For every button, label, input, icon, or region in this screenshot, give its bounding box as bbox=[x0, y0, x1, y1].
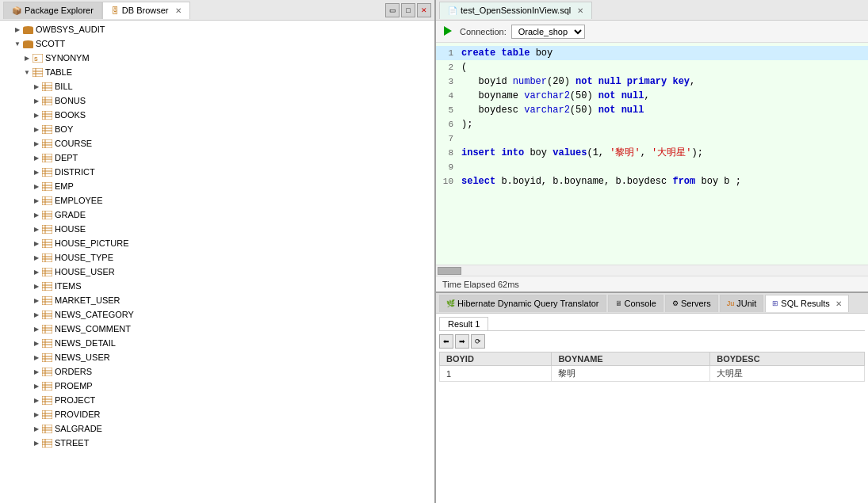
tree-item-news-category[interactable]: ▶ NEWS_CATEGORY bbox=[0, 307, 434, 322]
tab-console[interactable]: 🖥 Console bbox=[608, 295, 663, 312]
horizontal-scrollbar[interactable] bbox=[436, 265, 868, 276]
tree-item-bill[interactable]: ▶ BILL bbox=[0, 79, 434, 93]
tab-servers[interactable]: ⚙ Servers bbox=[665, 295, 718, 312]
tree-item-scott[interactable]: ▼ SCOTT bbox=[0, 36, 434, 51]
code-line-3: 3 boyid number(20) not null primary key, bbox=[436, 74, 868, 89]
tree-item-news-comment[interactable]: ▶ NEWS_COMMENT bbox=[0, 322, 434, 336]
close-db-browser[interactable]: ✕ bbox=[175, 6, 182, 15]
tab-sql-file[interactable]: 📄 test_OpenSessionInView.sql ✕ bbox=[439, 2, 592, 19]
tree-item-employee[interactable]: ▶ EMPLOYEE bbox=[0, 193, 434, 208]
svg-rect-30 bbox=[42, 154, 52, 162]
export-btn[interactable]: ⬅ bbox=[439, 334, 453, 349]
tree-item-course[interactable]: ▶ COURSE bbox=[0, 136, 434, 151]
arrow-market-user: ▶ bbox=[32, 295, 41, 305]
tree-item-news-detail[interactable]: ▶ NEWS_DETAIL bbox=[0, 336, 434, 350]
tree-label-news-user: NEWS_USER bbox=[55, 352, 110, 362]
close-left-btn[interactable]: ✕ bbox=[417, 3, 431, 17]
tree-item-table-folder[interactable]: ▼ TABLE bbox=[0, 65, 434, 79]
code-line-8: 8 insert into boy values(1, '黎明', '大明星')… bbox=[436, 146, 868, 160]
svg-rect-62 bbox=[42, 268, 52, 276]
tree-item-market-user[interactable]: ▶ MARKET_USER bbox=[0, 293, 434, 307]
result-tab-1-label: Result 1 bbox=[448, 319, 480, 329]
tree-label-synonym: SYNONYM bbox=[45, 53, 90, 63]
sql-file-icon: 📄 bbox=[448, 6, 457, 15]
tree-item-books[interactable]: ▶ BOOKS bbox=[0, 108, 434, 122]
result-table: BOYID BOYNAME BOYDESC 1 黎明 大明星 bbox=[439, 352, 865, 382]
cell-boyname-1: 黎明 bbox=[552, 366, 710, 382]
tree-item-owbsys[interactable]: ▶ OWBSYS_AUDIT bbox=[0, 22, 434, 36]
connection-select[interactable]: Oracle_shop bbox=[511, 25, 585, 39]
code-line-10: 10 select b.boyid, b.boyname, b.boydesc … bbox=[436, 174, 868, 189]
tree-item-district[interactable]: ▶ DISTRICT bbox=[0, 165, 434, 179]
code-line-1: 1 create table boy bbox=[436, 46, 868, 60]
tree-item-house-user[interactable]: ▶ HOUSE_USER bbox=[0, 265, 434, 279]
code-editor[interactable]: 1 create table boy 2 ( 3 boyid number(20… bbox=[436, 43, 868, 265]
tree-label-project: PROJECT bbox=[55, 395, 95, 405]
tree-item-proemp[interactable]: ▶ PROEMP bbox=[0, 379, 434, 393]
tree-item-house-type[interactable]: ▶ HOUSE_TYPE bbox=[0, 250, 434, 265]
svg-rect-90 bbox=[42, 368, 52, 376]
import-btn[interactable]: ➡ bbox=[455, 334, 469, 349]
tab-db-browser[interactable]: 🗄 DB Browser ✕ bbox=[102, 2, 190, 19]
svg-rect-110 bbox=[42, 439, 52, 448]
tab-servers-label: Servers bbox=[681, 299, 711, 308]
tree-item-provider[interactable]: ▶ PROVIDER bbox=[0, 407, 434, 421]
tree-item-salgrade[interactable]: ▶ SALGRADE bbox=[0, 421, 434, 436]
svg-rect-70 bbox=[42, 296, 52, 305]
minimize-left-btn[interactable]: ▭ bbox=[385, 3, 400, 17]
tree-item-house-picture[interactable]: ▶ HOUSE_PICTURE bbox=[0, 236, 434, 250]
junit-icon: Ju bbox=[727, 299, 735, 307]
close-sql-tab[interactable]: ✕ bbox=[577, 6, 583, 15]
arrow-course: ▶ bbox=[32, 139, 41, 148]
bottom-panel: 🌿 Hibernate Dynamic Query Translator 🖥 C… bbox=[436, 292, 868, 503]
tree-item-news-user[interactable]: ▶ NEWS_USER bbox=[0, 350, 434, 364]
line-num-1: 1 bbox=[436, 46, 458, 60]
run-button[interactable] bbox=[441, 25, 455, 39]
line-content-2: ( bbox=[458, 60, 868, 74]
tree-item-items[interactable]: ▶ ITEMS bbox=[0, 279, 434, 293]
tree-label-news-detail: NEWS_DETAIL bbox=[55, 338, 116, 348]
tree-item-bonus[interactable]: ▶ BONUS bbox=[0, 93, 434, 108]
tree-item-project[interactable]: ▶ PROJECT bbox=[0, 393, 434, 407]
svg-rect-86 bbox=[42, 353, 52, 362]
scrollbar-thumb-h bbox=[438, 267, 461, 275]
arrow-scott: ▼ bbox=[13, 39, 22, 48]
tree-item-synonym[interactable]: ▶ S SYNONYM bbox=[0, 51, 434, 65]
arrow-project: ▶ bbox=[32, 395, 41, 405]
arrow-house: ▶ bbox=[32, 224, 41, 234]
svg-rect-54 bbox=[42, 239, 52, 248]
line-content-1: create table boy bbox=[458, 46, 868, 60]
table-icon-boy bbox=[41, 124, 52, 135]
svg-rect-78 bbox=[42, 325, 52, 333]
tree-item-boy[interactable]: ▶ BOY bbox=[0, 122, 434, 136]
arrow-news-detail: ▶ bbox=[32, 338, 41, 348]
tree-item-orders[interactable]: ▶ ORDERS bbox=[0, 364, 434, 379]
maximize-left-btn[interactable]: □ bbox=[401, 3, 415, 17]
close-sql-results[interactable]: ✕ bbox=[835, 299, 842, 308]
result-tab-1[interactable]: Result 1 bbox=[439, 317, 488, 330]
tree-item-emp[interactable]: ▶ EMP bbox=[0, 179, 434, 193]
tree-item-street[interactable]: ▶ STREET bbox=[0, 436, 434, 450]
tab-sql-results[interactable]: ⊞ SQL Results ✕ bbox=[765, 295, 848, 312]
cell-boyid-1: 1 bbox=[440, 366, 552, 382]
refresh-btn[interactable]: ⟳ bbox=[471, 334, 485, 349]
table-icon-house-user bbox=[41, 266, 52, 277]
svg-rect-94 bbox=[42, 382, 52, 391]
tree-item-house[interactable]: ▶ HOUSE bbox=[0, 222, 434, 236]
tree-label-house: HOUSE bbox=[55, 224, 86, 234]
table-icon-news-comment bbox=[41, 323, 52, 334]
table-icon-items bbox=[41, 280, 52, 292]
arrow-emp: ▶ bbox=[32, 181, 41, 191]
servers-icon: ⚙ bbox=[672, 299, 679, 307]
arrow-house-user: ▶ bbox=[32, 267, 41, 276]
col-boydesc: BOYDESC bbox=[710, 352, 865, 366]
hibernate-icon: 🌿 bbox=[446, 299, 455, 307]
tree-item-dept[interactable]: ▶ DEPT bbox=[0, 151, 434, 165]
tree-item-grade[interactable]: ▶ GRADE bbox=[0, 208, 434, 222]
tree-label-course: COURSE bbox=[55, 139, 92, 148]
svg-rect-14 bbox=[42, 97, 52, 105]
tab-package-explorer[interactable]: 📦 Package Explorer bbox=[3, 2, 102, 19]
tab-hibernate[interactable]: 🌿 Hibernate Dynamic Query Translator bbox=[439, 295, 606, 312]
tab-junit[interactable]: Ju JUnit bbox=[720, 295, 764, 312]
table-icon-provider bbox=[41, 409, 52, 420]
